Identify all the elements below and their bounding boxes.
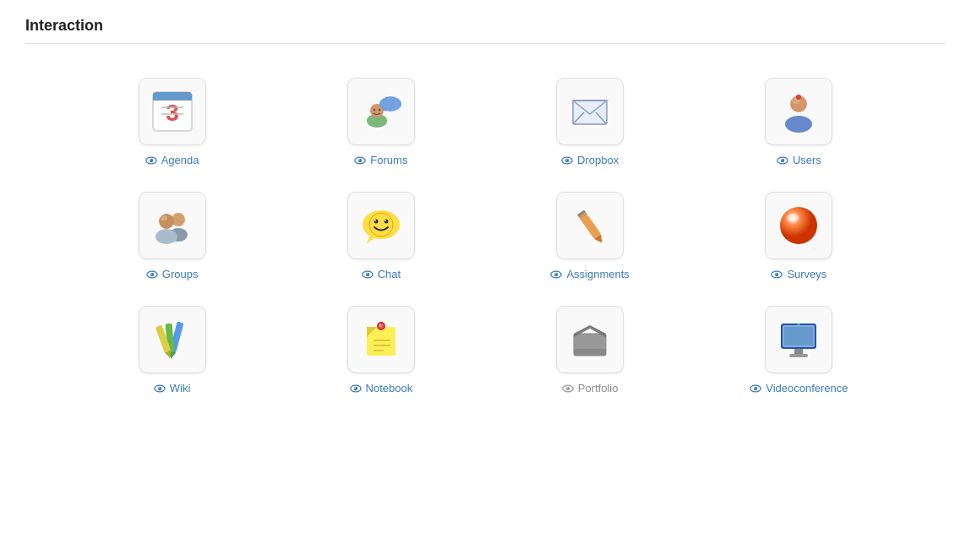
portfolio-icon-box[interactable] (556, 306, 624, 373)
chat-icon-box[interactable] (347, 192, 415, 259)
users-label[interactable]: Users (777, 154, 821, 166)
svg-point-71 (158, 387, 160, 389)
chat-label[interactable]: Chat (362, 268, 401, 280)
users-eye-icon (777, 156, 788, 165)
svg-point-88 (566, 386, 570, 389)
dropbox-icon-box[interactable] (556, 78, 624, 145)
grid-item-agenda: 3 Agenda (76, 78, 268, 166)
svg-point-81 (353, 386, 357, 389)
assignments-label[interactable]: Assignments (550, 268, 629, 280)
groups-label-text: Groups (162, 268, 199, 280)
svg-point-39 (150, 272, 154, 275)
portfolio-label-text: Portfolio (578, 382, 619, 394)
forums-eye-icon (354, 156, 366, 165)
groups-label[interactable]: Groups (146, 268, 199, 280)
svg-point-37 (161, 215, 167, 221)
agenda-icon-box[interactable]: 3 (139, 78, 206, 145)
grid-item-surveys: Surveys (703, 192, 895, 280)
grid-item-forums: Forums (285, 78, 477, 166)
notebook-icon-box[interactable] (347, 306, 415, 373)
svg-point-7 (150, 158, 153, 161)
grid-item-groups: Groups (76, 192, 268, 280)
svg-point-46 (374, 220, 376, 221)
svg-point-62 (776, 273, 777, 275)
surveys-eye-icon (771, 270, 783, 279)
agenda-label-text: Agenda (161, 154, 199, 166)
assignments-eye-icon (550, 270, 562, 279)
forums-label[interactable]: Forums (354, 154, 407, 166)
section-title: Interaction (25, 17, 946, 44)
users-icon-box[interactable] (765, 78, 832, 145)
svg-point-43 (369, 213, 393, 237)
svg-point-70 (158, 386, 161, 389)
wiki-label[interactable]: Wiki (154, 382, 191, 394)
svg-point-89 (566, 387, 568, 389)
agenda-eye-icon (145, 156, 157, 165)
svg-point-49 (365, 272, 368, 275)
svg-text:3: 3 (166, 100, 179, 126)
assignments-label-text: Assignments (566, 268, 629, 280)
items-grid: 3 Agenda Forums (25, 61, 946, 411)
svg-rect-94 (789, 354, 808, 357)
grid-item-portfolio: Portfolio (494, 306, 686, 394)
notebook-eye-icon (350, 384, 362, 393)
svg-point-14 (379, 109, 380, 111)
svg-point-36 (155, 229, 177, 244)
agenda-label[interactable]: Agenda (145, 154, 199, 166)
grid-item-videoconference: Videoconference (703, 306, 895, 394)
grid-item-users: Users (703, 78, 895, 166)
groups-eye-icon (146, 270, 158, 279)
users-label-text: Users (793, 154, 821, 166)
notebook-label-text: Notebook (366, 382, 413, 394)
svg-point-13 (374, 109, 375, 111)
videoconference-eye-icon (750, 384, 761, 393)
svg-point-40 (150, 273, 152, 275)
svg-point-17 (359, 159, 361, 160)
svg-point-45 (384, 220, 388, 224)
svg-rect-92 (784, 327, 813, 345)
svg-point-24 (565, 158, 569, 161)
svg-point-61 (775, 272, 778, 275)
page-container: Interaction 3 Agenda (0, 0, 971, 428)
svg-rect-86 (574, 349, 606, 356)
svg-rect-93 (794, 349, 803, 355)
grid-item-chat: Chat (285, 192, 477, 280)
chat-label-text: Chat (378, 268, 401, 280)
dropbox-label[interactable]: Dropbox (561, 154, 619, 166)
svg-point-8 (150, 159, 151, 160)
svg-point-29 (796, 95, 801, 100)
svg-point-57 (555, 273, 557, 275)
assignments-icon-box[interactable] (556, 192, 624, 259)
forums-label-text: Forums (370, 154, 407, 166)
videoconference-label[interactable]: Videoconference (750, 382, 848, 394)
svg-point-50 (366, 273, 368, 275)
grid-item-wiki: Wiki (76, 306, 268, 394)
svg-point-97 (754, 386, 757, 389)
videoconference-icon-box[interactable] (765, 306, 832, 373)
forums-icon-box[interactable] (347, 78, 415, 145)
grid-item-notebook: Notebook (285, 306, 477, 394)
svg-point-31 (781, 158, 784, 161)
surveys-label[interactable]: Surveys (771, 268, 826, 280)
wiki-eye-icon (154, 384, 166, 393)
svg-point-16 (358, 158, 362, 161)
wiki-icon-box[interactable] (139, 306, 206, 373)
portfolio-label[interactable]: Portfolio (562, 382, 619, 394)
groups-icon-box[interactable] (139, 192, 206, 259)
svg-point-98 (754, 387, 756, 389)
svg-point-32 (781, 159, 783, 160)
svg-point-44 (374, 220, 378, 224)
dropbox-eye-icon (561, 156, 573, 165)
svg-point-25 (565, 159, 567, 160)
dropbox-label-text: Dropbox (577, 154, 619, 166)
wiki-label-text: Wiki (170, 382, 191, 394)
surveys-icon-box[interactable] (765, 192, 832, 259)
svg-point-47 (385, 220, 386, 221)
svg-point-56 (554, 272, 558, 275)
grid-item-assignments: Assignments (494, 192, 686, 280)
portfolio-eye-icon (562, 384, 574, 393)
notebook-label[interactable]: Notebook (350, 382, 413, 394)
grid-item-dropbox: Dropbox (494, 78, 686, 166)
svg-point-82 (354, 387, 356, 389)
svg-point-95 (798, 323, 800, 325)
